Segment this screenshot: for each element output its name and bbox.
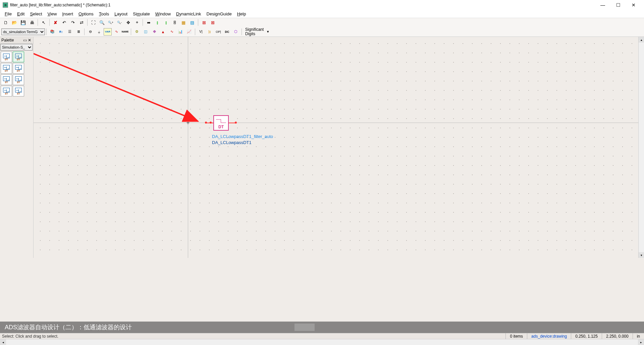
schematic-canvas[interactable]: DT DA_LCLowpassDT1_filter_auto DA_LCLowp… [34,37,644,258]
push-hier2-button[interactable]: ⫿ [162,19,170,26]
menu-tools[interactable]: Tools [96,11,112,17]
menu-edit[interactable]: Edit [14,11,27,17]
zoom-out-button[interactable]: 🔍- [115,19,123,26]
deactivate-button[interactable]: ⊠ [200,19,208,26]
palette-header: Palette ▭ ✕ [0,37,33,44]
ground-button[interactable]: ⏚ [95,28,103,36]
menu-window[interactable]: Window [153,11,173,17]
horizontal-scrollbar[interactable]: ◂ ▸ [0,339,644,345]
status-layer[interactable]: ads_device:drawing [527,333,571,339]
param-button[interactable]: ▦ [179,19,187,26]
palette-item-7[interactable]: ST [13,86,24,96]
menu-dynamiclink[interactable]: DynamicLink [173,11,204,17]
palette-item-6[interactable]: ST [1,86,12,96]
menu-view[interactable]: View [45,11,60,17]
maximize-button[interactable]: ☐ [610,0,626,10]
close-button[interactable]: ✕ [626,0,641,10]
svg-line-1 [34,54,198,121]
status-coord2: 2.250, 0.000 [602,333,633,339]
component-selector[interactable]: ds_simulation:TermG [1,28,45,35]
open-button[interactable]: 📂 [10,19,18,26]
component-pin-right[interactable] [235,122,237,124]
menu-select[interactable]: Select [27,11,45,17]
simulate-button[interactable]: ⚙ [133,28,141,36]
axis-horizontal [34,123,644,123]
palette-item-5[interactable]: ST [13,74,24,85]
hscroll-track[interactable] [6,339,638,345]
redo-button[interactable]: ↷ [69,19,77,26]
palette-item-0[interactable]: DT [1,52,12,62]
annotation-arrow [34,37,235,131]
component-da-lclowpass[interactable]: DT [213,115,229,131]
zoom-in2-button[interactable]: 🔍+ [107,19,115,26]
palette-item-1[interactable]: DT [13,52,24,62]
palette-category-select[interactable]: Simulation-S_ [0,44,33,51]
origin-button[interactable]: ⌖ [133,19,141,26]
dcprobe-button[interactable]: DC [223,28,231,36]
library-button[interactable]: 📚 [48,28,56,36]
wire-button[interactable]: ∿ [112,28,120,36]
graph-button[interactable]: 📊 [176,28,184,36]
pointer-button[interactable]: ↖ [40,19,48,26]
sig-digits-dropdown[interactable]: ▾ [264,28,272,36]
menu-file[interactable]: File [2,11,14,17]
titlebar: ⊞ filter_auto [test_lib:filter_auto:sche… [0,0,644,10]
port-button[interactable]: ⊖ [86,28,94,36]
lowpass-icon [15,88,22,92]
undo-button[interactable]: ↶ [60,19,68,26]
canvas-wrap: DT DA_LCLowpassDT1_filter_auto DA_LCLowp… [34,37,644,258]
push-in-button[interactable]: ⬌ [145,19,153,26]
menu-insert[interactable]: Insert [59,11,76,17]
menu-layout[interactable]: Layout [112,11,130,17]
zoom-fit-button[interactable]: ⛶ [89,19,97,26]
palette-close-button[interactable]: ✕ [27,38,32,43]
tune-button[interactable]: 🎚 [171,19,179,26]
scroll-right-button[interactable]: ▸ [638,339,644,345]
opprobe-button[interactable]: OP| [214,28,222,36]
menu-simulate[interactable]: Simulate [130,11,153,17]
clear-button[interactable]: ⬡ [232,28,240,36]
warn-button[interactable]: ▲ [159,28,167,36]
name-button[interactable]: NAME [121,28,129,36]
scroll-up-button[interactable]: ▴ [639,37,644,43]
swap-button[interactable]: ⇄ [77,19,86,26]
pan-button[interactable]: ✥ [124,19,132,26]
component-pin-left[interactable] [205,122,207,124]
palette-undock-button[interactable]: ▭ [22,38,27,43]
var-button[interactable]: VAR [104,28,112,36]
vprobe-button[interactable]: V| [197,28,205,36]
tune2-button[interactable]: ❉ [150,28,158,36]
iprobe-button[interactable]: |⫿ [206,28,214,36]
palette-item-2[interactable]: DT [1,63,12,74]
delete-button[interactable]: ✘ [51,19,59,26]
status-message: Select: Click and drag to select. [0,334,505,339]
chip-button[interactable]: ◫ [142,28,150,36]
plot-button[interactable]: 📈 [185,28,193,36]
new-button[interactable]: 🗋 [2,19,10,26]
push-hier1-button[interactable]: ⫿ [153,19,161,26]
component-name-inst[interactable]: DA_LCLowpassDT1 [212,140,252,145]
vertical-scrollbar[interactable]: ▴ ▾ [638,37,644,258]
lowpass-icon [3,65,10,70]
short-button[interactable]: ⊠ [209,19,217,26]
palette-item-3[interactable]: DT [13,63,24,74]
param2-button[interactable]: ▨ [188,19,196,26]
ruler-button[interactable]: R↕ [57,28,65,36]
history-button[interactable]: ☰ [66,28,74,36]
minimize-button[interactable]: — [595,0,610,10]
component-name-ref[interactable]: DA_LCLowpassDT1_filter_auto [212,134,273,139]
sig-digits-label: SignificantDigits [243,27,264,36]
status-items: 0 items [505,333,527,339]
sparam-button[interactable]: ∿ [168,28,176,36]
scroll-left-button[interactable]: ◂ [0,339,6,345]
print-button[interactable]: 🖶 [28,19,36,26]
palette-item-4[interactable]: ST [1,74,12,85]
zoom-in-button[interactable]: 🔍 [98,19,106,26]
menu-options[interactable]: Options [76,11,96,17]
scroll-down-button[interactable]: ▾ [639,252,644,258]
menu-help[interactable]: Help [234,11,249,17]
save-button[interactable]: 💾 [19,19,27,26]
list-button[interactable]: ≣ [74,28,83,36]
menu-designguide[interactable]: DesignGuide [204,11,234,17]
component-pin-left2[interactable] [210,122,212,124]
